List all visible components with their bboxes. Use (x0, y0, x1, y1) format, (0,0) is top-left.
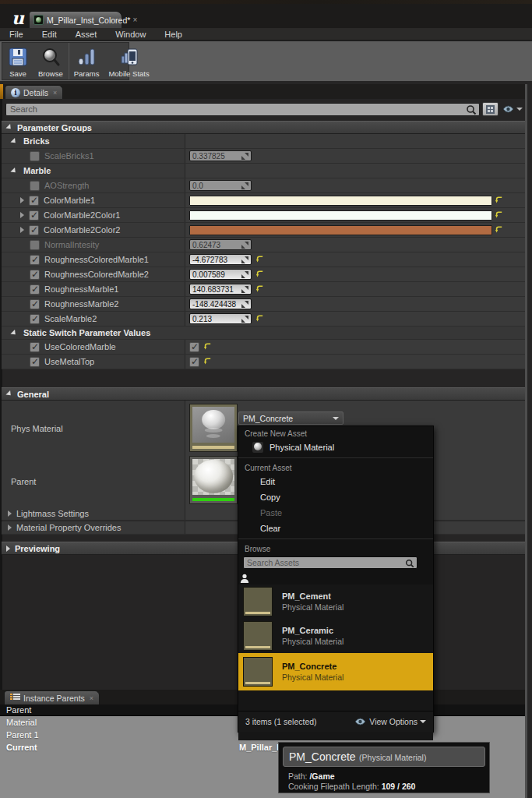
asset-item-pm-concrete[interactable]: PM_ConcretePhysical Material (238, 653, 433, 690)
value-checkbox[interactable] (189, 342, 199, 352)
menu-asset[interactable]: Asset (66, 30, 107, 39)
menu-item-clear[interactable]: Clear (238, 521, 433, 536)
override-checkbox[interactable] (30, 270, 40, 280)
close-icon[interactable]: × (90, 694, 93, 702)
value-checkbox[interactable] (189, 357, 199, 367)
params-button[interactable]: Params (69, 43, 104, 79)
value-spinbox[interactable]: -148.424438 (189, 298, 252, 309)
override-checkbox[interactable] (30, 151, 40, 161)
asset-item-pm-ceramic[interactable]: PM_CeramicPhysical Material (238, 619, 433, 653)
expand-arrow-icon (5, 390, 12, 397)
physical-material-thumbnail (243, 657, 273, 687)
color-swatch[interactable] (189, 196, 492, 206)
override-checkbox[interactable] (29, 225, 39, 235)
reset-to-default-icon[interactable] (495, 226, 503, 234)
value-slider-icon (241, 271, 248, 278)
physical-material-icon (252, 442, 263, 453)
search-input[interactable] (6, 104, 479, 115)
menu-item-physical-material[interactable]: Physical Material (238, 440, 433, 455)
override-checkbox[interactable] (30, 314, 40, 324)
chevron-right-icon[interactable] (20, 197, 24, 203)
color-swatch[interactable] (189, 225, 492, 235)
display-filter-button[interactable] (501, 102, 524, 116)
details-search-box[interactable] (5, 103, 480, 116)
mobile-stats-button[interactable]: Mobile Stats (104, 43, 153, 79)
phys-material-thumbnail[interactable] (189, 404, 238, 452)
menu-file[interactable]: File (0, 30, 33, 39)
search-assets-input[interactable] (244, 557, 417, 568)
save-button[interactable]: Save (2, 43, 33, 79)
param-row-roughnesscoloredmarble2: RoughnessColoredMarble2 0.007589 (2, 267, 525, 282)
color-swatch[interactable] (189, 210, 492, 221)
section-browse: Browse (238, 542, 433, 555)
items-count: 3 items (1 selected) (245, 717, 317, 726)
menu-window[interactable]: Window (106, 30, 155, 39)
tab-asset-document[interactable]: M_Pillar_Inst_Colored* × (29, 11, 122, 28)
reset-to-default-icon[interactable] (256, 315, 264, 323)
tooltip-title-box: PM_Concrete (Physical Material) (283, 747, 485, 767)
chevron-right-icon (8, 510, 12, 517)
reset-to-default-icon[interactable] (256, 285, 264, 293)
unreal-logo-icon: u (8, 9, 28, 27)
group-header-bricks[interactable]: Bricks (2, 134, 525, 149)
override-checkbox[interactable] (29, 196, 39, 206)
value-spinbox[interactable]: 0.0 (189, 180, 252, 191)
override-checkbox[interactable] (30, 299, 40, 309)
param-row-colormarble2color2: ColorMarble2Color2 (2, 223, 525, 238)
reset-to-default-icon[interactable] (204, 343, 212, 351)
phys-material-combobox[interactable]: PM_Concrete (238, 411, 344, 425)
menu-item-copy[interactable]: Copy (238, 489, 433, 505)
value-spinbox[interactable]: 140.683731 (189, 284, 252, 295)
chevron-right-icon[interactable] (20, 227, 24, 233)
save-icon (7, 46, 29, 68)
parent-material-thumbnail[interactable] (189, 456, 238, 504)
property-matrix-button[interactable] (482, 102, 499, 116)
reset-to-default-icon[interactable] (204, 358, 212, 365)
expand-arrow-icon (10, 329, 17, 336)
value-spinbox[interactable]: 0.337825 (189, 150, 252, 161)
asset-item-pm-cement[interactable]: PM_CementPhysical Material (238, 584, 433, 619)
value-spinbox[interactable]: 0.007589 (189, 269, 252, 280)
asset-search-box[interactable] (243, 556, 417, 569)
param-row-scalebricks1: ScaleBricks1 0.337825 (2, 149, 525, 164)
override-checkbox[interactable] (30, 357, 40, 367)
menu-separator (238, 538, 433, 539)
browse-button[interactable]: Browse (33, 43, 68, 79)
tab-details[interactable]: i Details × (5, 85, 63, 99)
chevron-right-icon[interactable] (20, 212, 24, 218)
value-spinbox[interactable]: 0.213 (189, 313, 252, 324)
mobile-stats-icon (118, 46, 140, 68)
value-spinbox[interactable]: 0.62473 (189, 239, 252, 250)
group-header-marble[interactable]: Marble (2, 164, 525, 178)
override-checkbox[interactable] (30, 240, 40, 250)
menu-item-edit[interactable]: Edit (238, 474, 433, 489)
close-icon[interactable]: × (53, 89, 57, 97)
override-checkbox[interactable] (30, 181, 40, 191)
param-row-aostrength: AOStrength 0.0 (2, 178, 525, 193)
menu-help[interactable]: Help (155, 30, 192, 39)
browse-icon (40, 46, 62, 68)
reset-to-default-icon[interactable] (495, 211, 503, 219)
value-slider-icon (241, 242, 248, 249)
view-options-button[interactable]: View Options (354, 717, 426, 726)
category-general[interactable]: General (2, 387, 525, 401)
override-checkbox[interactable] (29, 210, 39, 221)
close-icon[interactable]: × (132, 16, 137, 24)
other-developers-filter-button[interactable] (238, 572, 251, 584)
value-spinbox[interactable]: -4.672783 (189, 254, 252, 265)
value-slider-icon (241, 286, 248, 293)
override-checkbox[interactable] (30, 255, 40, 265)
material-instance-icon (33, 15, 44, 25)
group-header-static-switch[interactable]: Static Switch Parameter Values (2, 327, 525, 340)
override-checkbox[interactable] (30, 284, 40, 295)
reset-to-default-icon[interactable] (256, 270, 264, 278)
category-parameter-groups[interactable]: Parameter Groups (2, 121, 525, 134)
reset-to-default-icon[interactable] (495, 196, 503, 204)
search-icon (466, 104, 477, 115)
reset-to-default-icon[interactable] (256, 256, 264, 263)
override-checkbox[interactable] (30, 342, 40, 352)
tab-instance-parents[interactable]: Instance Parents × (4, 690, 100, 704)
unreal-material-instance-editor: u M_Pillar_Inst_Colored* × File Edit Ass… (0, 0, 532, 798)
menu-edit[interactable]: Edit (33, 30, 66, 39)
menu-item-paste[interactable]: Paste (238, 505, 433, 521)
